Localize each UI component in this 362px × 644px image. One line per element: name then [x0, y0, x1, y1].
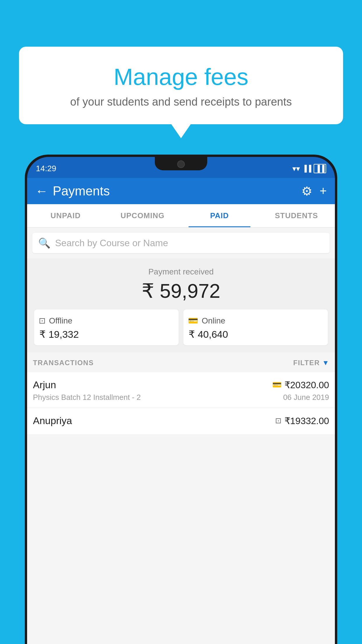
battery-icon: ▐▐: [314, 164, 326, 173]
online-amount: ₹ 40,640: [188, 328, 323, 340]
header-left: ← Payments: [35, 184, 110, 198]
status-icons: ▾▾ ▐▐ ▐▐: [292, 164, 326, 173]
payment-summary: Payment received ₹ 59,972 ⊡ Offline ₹ 19…: [27, 258, 335, 352]
camera: [177, 160, 185, 168]
header-right: ⚙ +: [301, 184, 327, 198]
transactions-label: TRANSACTIONS: [33, 359, 94, 367]
speech-bubble: Manage fees of your students and send re…: [19, 47, 343, 124]
transactions-header: TRANSACTIONS FILTER ▼: [27, 352, 335, 372]
transaction-row-top: Arjun 💳 ₹20320.00: [33, 379, 329, 391]
online-icon: 💳: [188, 316, 198, 326]
filter-wrap[interactable]: FILTER ▼: [293, 359, 329, 367]
transaction-item[interactable]: Arjun 💳 ₹20320.00 Physics Batch 12 Insta…: [27, 372, 335, 408]
student-name: Anupriya: [33, 415, 72, 426]
filter-label: FILTER: [293, 359, 320, 367]
settings-icon[interactable]: ⚙: [301, 184, 312, 198]
online-card: 💳 Online ₹ 40,640: [183, 309, 328, 345]
transaction-amount: ₹19332.00: [284, 415, 329, 426]
back-button[interactable]: ←: [35, 184, 48, 198]
payment-type-icon: ⊡: [275, 416, 282, 425]
tabs-bar: UNPAID UPCOMING PAID STUDENTS: [27, 204, 335, 228]
app-header: ← Payments ⚙ +: [27, 178, 335, 204]
tab-upcoming[interactable]: UPCOMING: [104, 204, 181, 227]
offline-amount: ₹ 19,332: [39, 328, 174, 340]
manage-fees-subtitle: of your students and send receipts to pa…: [31, 96, 331, 108]
status-time: 14:29: [36, 164, 56, 173]
amount-wrap: 💳 ₹20320.00: [272, 379, 329, 391]
search-bar[interactable]: 🔍 Search by Course or Name: [32, 233, 330, 253]
speech-bubble-container: Manage fees of your students and send re…: [19, 47, 343, 124]
payment-received-label: Payment received: [33, 267, 329, 276]
offline-card-row: ⊡ Offline: [39, 316, 174, 326]
phone-inner: 14:29 ▾▾ ▐▐ ▐▐ ← Payments ⚙ + UNPAID: [27, 157, 335, 644]
transaction-row-bottom: Physics Batch 12 Installment - 2 06 June…: [33, 393, 329, 402]
offline-icon: ⊡: [39, 316, 45, 326]
transaction-amount: ₹20320.00: [284, 379, 329, 391]
filter-icon: ▼: [322, 359, 329, 367]
online-label: Online: [202, 316, 225, 326]
tab-students[interactable]: STUDENTS: [258, 204, 335, 227]
manage-fees-title: Manage fees: [31, 64, 331, 90]
payment-type-icon: 💳: [272, 380, 282, 389]
course-info: Physics Batch 12 Installment - 2: [33, 393, 141, 402]
phone-notch: [155, 157, 207, 170]
payment-cards: ⊡ Offline ₹ 19,332 💳 Online ₹ 40,640: [34, 309, 328, 345]
payment-total-amount: ₹ 59,972: [33, 279, 329, 302]
amount-wrap: ⊡ ₹19332.00: [275, 415, 329, 426]
search-placeholder: Search by Course or Name: [55, 238, 168, 249]
transaction-row-top: Anupriya ⊡ ₹19332.00: [33, 415, 329, 426]
transaction-item[interactable]: Anupriya ⊡ ₹19332.00: [27, 408, 335, 435]
wifi-icon: ▾▾: [292, 164, 300, 173]
date-info: 06 June 2019: [283, 393, 329, 402]
offline-label: Offline: [49, 316, 72, 326]
search-icon: 🔍: [38, 237, 50, 249]
header-title: Payments: [53, 184, 110, 198]
screen-content: 🔍 Search by Course or Name Payment recei…: [27, 228, 335, 644]
signal-icon: ▐▐: [302, 165, 311, 172]
tab-paid[interactable]: PAID: [181, 204, 258, 227]
phone-frame: 14:29 ▾▾ ▐▐ ▐▐ ← Payments ⚙ + UNPAID: [25, 155, 337, 644]
add-icon[interactable]: +: [319, 184, 327, 198]
online-card-row: 💳 Online: [188, 316, 323, 326]
tab-unpaid[interactable]: UNPAID: [27, 204, 104, 227]
student-name: Arjun: [33, 379, 56, 391]
offline-card: ⊡ Offline ₹ 19,332: [34, 309, 179, 345]
